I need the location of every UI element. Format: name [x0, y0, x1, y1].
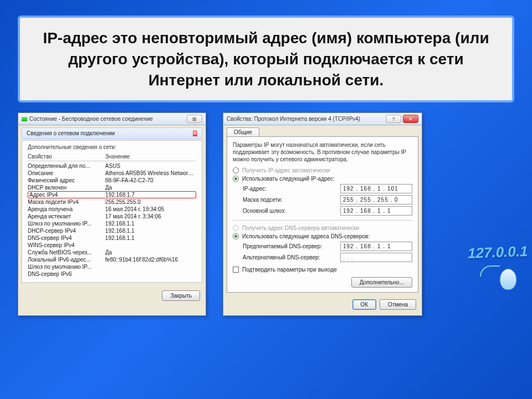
ip-address-input[interactable]: 192 . 168 . 1 . 101 — [340, 184, 412, 193]
radio-obtain-dns-auto[interactable]: Получить адрес DNS-сервера автоматически — [233, 225, 412, 231]
divider — [233, 220, 412, 221]
property-name: Служба NetBIOS через... — [28, 249, 105, 255]
radio-use-following-dns[interactable]: Использовать следующие адреса DNS-сервер… — [233, 233, 412, 239]
details-label: Дополнительные сведения о сети: — [28, 144, 196, 150]
default-gateway-label: Основной шлюз: — [243, 208, 285, 214]
radio-disabled-icon — [233, 225, 239, 231]
alternate-dns-input[interactable]: . . . — [340, 253, 412, 262]
table-row: ОписаниеAtheros AR5B95 Wireless Network … — [28, 170, 196, 177]
ipv4-panel: Параметры IP могут назначаться автоматич… — [227, 136, 418, 293]
table-row: DHCP-сервер IPv4192.168.1.1 — [28, 227, 196, 234]
property-value: ASUS — [105, 163, 196, 169]
checkbox-icon — [233, 267, 239, 273]
property-name: WINS-сервер IPv4 — [28, 242, 105, 248]
slide-header: IP-адрес это неповторимый адрес (имя) ко… — [18, 16, 514, 103]
table-row: DNS-сервер IPv6 — [28, 270, 196, 278]
property-name: Физический адрес — [28, 177, 105, 183]
wifi-signal-icon — [22, 117, 27, 121]
property-name: DHCP включен — [28, 185, 105, 191]
validate-settings-row[interactable]: Подтвердить параметры при выходе — [233, 267, 412, 273]
radio-selected-icon — [233, 176, 239, 182]
slide-title: IP-адрес это неповторимый адрес (имя) ко… — [33, 28, 499, 90]
ipv4-footer: ОК Отмена — [223, 296, 422, 315]
table-row: Физический адрес88-9F-FA-42-C2-70 — [28, 177, 196, 184]
panel-footer: Дополнительно... — [233, 277, 412, 288]
property-value — [105, 264, 196, 270]
ipv4-title: Свойства: Протокол Интернета версии 4 (T… — [227, 116, 360, 122]
property-value: 192.168.1.1 — [105, 221, 196, 227]
col-value: Значение — [105, 154, 196, 160]
default-gateway-input[interactable]: 192 . 168 . 1 . 1 — [340, 206, 412, 216]
property-value: 17 мая 2014 г. 3:34:06 — [105, 213, 196, 219]
status-title: Состояние - Беспроводное сетевое соедине… — [22, 116, 153, 122]
property-name: DHCP-сервер IPv4 — [28, 228, 105, 234]
table-row: Маска подсети IPv4255.255.255.0 — [28, 198, 196, 206]
property-value — [105, 271, 196, 277]
subnet-mask-label: Маска подсети: — [243, 197, 283, 203]
table-header: Свойство Значение — [28, 154, 196, 161]
table-row: Локальный IPv6-адрес...fe80::91b4:16f:82… — [28, 256, 196, 263]
radio-selected-icon — [233, 233, 239, 239]
property-name: Аренда получена — [28, 206, 105, 212]
decorative-ip-text: 127.0.0.1 — [467, 243, 528, 262]
property-value: 255.255.255.0 — [105, 199, 196, 205]
radio-use-following-ip[interactable]: Использовать следующий IP-адрес: — [233, 176, 412, 182]
preferred-dns-label: Предпочитаемый DNS-сервер: — [243, 243, 322, 249]
property-name: DNS-сервер IPv4 — [28, 235, 105, 241]
titlebar-close-disabled-icon[interactable]: ⊠ — [187, 115, 202, 123]
subnet-mask-row: Маска подсети: 255 . 255 . 255 . 0 — [243, 195, 412, 204]
ip-address-row: IP-адрес: 192 . 168 . 1 . 101 — [243, 184, 412, 193]
property-name: DNS-сервер IPv6 — [28, 271, 105, 277]
close-icon[interactable] — [193, 130, 197, 136]
status-body: Дополнительные сведения о сети: Свойство… — [22, 140, 202, 283]
radio-obtain-ip-auto[interactable]: Получить IP-адрес автоматически — [233, 167, 412, 173]
property-value: 192.168.1.7 — [105, 192, 195, 198]
table-row: Аренда получена16 мая 2014 г. 19:34:05 — [28, 206, 196, 213]
advanced-button[interactable]: Дополнительно... — [351, 277, 412, 288]
table-row: Определенный для по...ASUS — [28, 162, 196, 170]
table-row: Шлюз по умолчанию IP... — [28, 263, 196, 270]
property-name: Маска подсети IPv4 — [28, 199, 105, 205]
default-gateway-row: Основной шлюз: 192 . 168 . 1 . 1 — [243, 206, 412, 216]
tab-strip: Общие — [223, 125, 422, 136]
close-button[interactable]: Закрыть — [162, 290, 200, 301]
property-value: Да — [105, 249, 196, 255]
alternate-dns-row: Альтернативный DNS-сервер: . . . — [243, 253, 412, 262]
cancel-button[interactable]: Отмена — [380, 299, 416, 310]
table-row: Шлюз по умолчанию IP...192.168.1.1 — [28, 220, 196, 227]
intro-text: Параметры IP могут назначаться автоматич… — [233, 141, 412, 163]
property-value: Atheros AR5B95 Wireless Network Adapt — [105, 170, 196, 176]
subnet-mask-input[interactable]: 255 . 255 . 255 . 0 — [340, 195, 412, 204]
ip-address-label: IP-адрес: — [243, 186, 267, 192]
property-value: 16 мая 2014 г. 19:34:05 — [105, 206, 196, 212]
table-row: DNS-сервер IPv4192.168.1.1 — [28, 234, 196, 242]
property-value: Да — [105, 185, 196, 191]
property-value — [105, 242, 196, 248]
table-row: Адрес IPv4192.168.1.7 — [28, 191, 196, 198]
status-dialog: Состояние - Беспроводное сетевое соедине… — [18, 112, 206, 316]
property-name: Описание — [28, 170, 105, 176]
table-row: WINS-сервер IPv4 — [28, 242, 196, 249]
property-value: 88-9F-FA-42-C2-70 — [105, 177, 196, 183]
ipv4-titlebar: Свойства: Протокол Интернета версии 4 (T… — [223, 113, 422, 125]
preferred-dns-row: Предпочитаемый DNS-сервер: 192 . 168 . 1… — [243, 242, 412, 251]
property-name: Локальный IPv6-адрес... — [28, 257, 105, 263]
property-name: Аренда истекает — [28, 213, 105, 219]
property-value: 192.168.1.1 — [105, 235, 196, 241]
property-value: fe80::91b4:16f:82d2:df6b%16 — [105, 257, 196, 263]
dialogs-row: Состояние - Беспроводное сетевое соедине… — [0, 112, 532, 316]
property-name: Адрес IPv4 — [29, 192, 105, 198]
ipv4-properties-dialog: Свойства: Протокол Интернета версии 4 (T… — [223, 112, 422, 316]
table-row: Аренда истекает17 мая 2014 г. 3:34:06 — [28, 213, 196, 220]
mouse-body-icon — [500, 269, 516, 290]
alternate-dns-label: Альтернативный DNS-сервер: — [243, 254, 320, 260]
help-icon[interactable]: ? — [386, 115, 401, 123]
close-icon[interactable] — [403, 115, 418, 123]
property-name: Шлюз по умолчанию IP... — [28, 264, 105, 270]
details-section-header: Сведения о сетевом подключении — [22, 127, 202, 139]
tab-general[interactable]: Общие — [227, 127, 259, 136]
preferred-dns-input[interactable]: 192 . 168 . 1 . 1 — [340, 242, 412, 251]
property-name: Шлюз по умолчанию IP... — [28, 221, 105, 227]
mouse-illustration — [483, 269, 516, 291]
ok-button[interactable]: ОК — [352, 299, 377, 310]
